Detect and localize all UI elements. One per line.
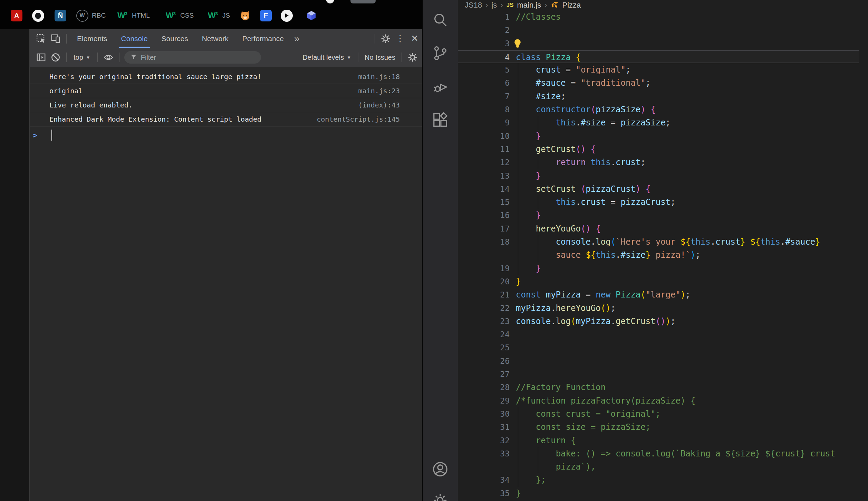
code-line-6[interactable]: 6#sauce = "traditional"; bbox=[458, 76, 859, 89]
code-line-3[interactable]: 3 bbox=[458, 37, 859, 50]
code-line-28[interactable]: 28//Factory Function bbox=[458, 381, 859, 394]
devtools-panel: ElementsConsoleSourcesNetworkPerformance… bbox=[30, 29, 422, 501]
code-text: pizza`), bbox=[556, 460, 596, 473]
code-line-33[interactable]: 33bake: () => console.log(`Baking a ${si… bbox=[458, 447, 859, 460]
console-sidebar-toggle-icon[interactable] bbox=[34, 50, 48, 64]
console-filter-input[interactable]: Filter bbox=[124, 51, 261, 64]
code-line-16[interactable]: 16} bbox=[458, 209, 859, 222]
line-number: 23 bbox=[458, 315, 510, 328]
run-debug-icon[interactable] bbox=[431, 77, 449, 95]
line-number: 31 bbox=[458, 420, 510, 434]
manage-gear-icon[interactable] bbox=[431, 491, 449, 501]
code-area[interactable]: 1//Classes234class Pizza {5crust = "orig… bbox=[458, 10, 868, 501]
code-line-27[interactable]: 27 bbox=[458, 368, 859, 381]
line-number: 20 bbox=[458, 275, 510, 288]
device-toolbar-icon[interactable] bbox=[48, 32, 63, 46]
w3-html-icon: W3 bbox=[116, 9, 128, 22]
bookmark-github[interactable] bbox=[32, 9, 44, 22]
code-line-8[interactable]: 8constructor(pizzaSize) { bbox=[458, 103, 859, 116]
breadcrumb-item-js[interactable]: js bbox=[491, 1, 497, 10]
log-levels-dropdown[interactable]: Default levels▼ bbox=[299, 54, 355, 62]
console-message-text: original bbox=[49, 87, 83, 95]
code-line-2[interactable]: 2 bbox=[458, 23, 859, 37]
indent-guide bbox=[538, 460, 538, 473]
code-line-32[interactable]: 32return { bbox=[458, 434, 859, 447]
cat-icon bbox=[239, 9, 251, 22]
code-line-18[interactable]: 18console.log(`Here's your ${this.crust}… bbox=[458, 235, 859, 248]
devtools-close-icon[interactable]: ✕ bbox=[407, 32, 422, 46]
indent-guide bbox=[518, 90, 518, 103]
code-line-31[interactable]: 31const size = pizzaSize; bbox=[458, 420, 859, 434]
bookmark-rbc[interactable]: WRBC bbox=[76, 9, 106, 22]
code-line-4[interactable]: 4class Pizza { bbox=[458, 50, 859, 63]
code-line-15[interactable]: 15this.crust = pizzaCrust; bbox=[458, 196, 859, 209]
live-expression-eye-icon[interactable] bbox=[101, 50, 116, 64]
account-icon[interactable] bbox=[431, 460, 449, 478]
console-source-link[interactable]: main.js:23 bbox=[358, 87, 400, 95]
breadcrumb-item-js18[interactable]: JS18 bbox=[465, 1, 482, 10]
line-number: 34 bbox=[458, 473, 510, 486]
bookmark-w3-js[interactable]: W3JS bbox=[206, 9, 230, 22]
line-number: 27 bbox=[458, 368, 510, 381]
code-line-29[interactable]: 29/*function pizzaFactory(pizzaSize) { bbox=[458, 394, 859, 407]
more-tabs-button[interactable]: » bbox=[291, 33, 303, 44]
code-line-9[interactable]: 9this.#size = pizzaSize; bbox=[458, 116, 859, 129]
indent-guide bbox=[518, 248, 518, 262]
lightbulb-icon[interactable] bbox=[513, 38, 522, 49]
code-line-11[interactable]: 11getCrust() { bbox=[458, 143, 859, 156]
code-line-1[interactable]: 1//Classes bbox=[458, 10, 859, 23]
console-source-link[interactable]: main.js:18 bbox=[358, 73, 400, 81]
code-line-wrap[interactable]: pizza`), bbox=[458, 460, 859, 473]
bookmark-notion[interactable]: Ñ bbox=[54, 9, 67, 22]
extensions-icon[interactable] bbox=[431, 111, 449, 129]
devtools-settings-icon[interactable] bbox=[378, 32, 393, 46]
bookmark-play[interactable] bbox=[280, 9, 293, 22]
console-settings-icon[interactable] bbox=[405, 50, 420, 64]
issues-counter[interactable]: No Issues bbox=[362, 54, 398, 62]
console-source-link[interactable]: (index):43 bbox=[358, 101, 400, 109]
code-line-26[interactable]: 26 bbox=[458, 355, 859, 368]
console-prompt[interactable]: > bbox=[30, 127, 422, 143]
bookmark-w3-html[interactable]: W3HTML bbox=[116, 9, 150, 22]
code-line-13[interactable]: 13} bbox=[458, 169, 859, 182]
line-number: 28 bbox=[458, 381, 510, 394]
clear-console-icon[interactable] bbox=[48, 50, 63, 64]
code-line-12[interactable]: 12return this.crust; bbox=[458, 156, 859, 169]
code-line-21[interactable]: 21const myPizza = new Pizza("large"); bbox=[458, 288, 859, 301]
code-line-17[interactable]: 17hereYouGo() { bbox=[458, 222, 859, 235]
tab-performance[interactable]: Performance bbox=[235, 29, 291, 48]
search-icon[interactable] bbox=[431, 11, 449, 29]
code-line-10[interactable]: 10} bbox=[458, 130, 859, 143]
code-line-25[interactable]: 25 bbox=[458, 341, 859, 354]
code-line-14[interactable]: 14setCrust (pizzaCrust) { bbox=[458, 182, 859, 196]
bookmark-adobe[interactable]: A bbox=[10, 9, 23, 22]
code-line-wrap[interactable]: sauce ${this.#size} pizza!`); bbox=[458, 248, 859, 262]
source-control-icon[interactable] bbox=[431, 44, 449, 62]
code-line-22[interactable]: 22myPizza.hereYouGo(); bbox=[458, 302, 859, 315]
code-line-30[interactable]: 30const crust = "original"; bbox=[458, 407, 859, 420]
code-line-20[interactable]: 20} bbox=[458, 275, 859, 288]
code-line-23[interactable]: 23console.log(myPizza.getCrust()); bbox=[458, 315, 859, 328]
line-number: 21 bbox=[458, 288, 510, 301]
context-selector[interactable]: top▼ bbox=[70, 54, 94, 62]
bookmark-docs-f[interactable]: F bbox=[260, 9, 272, 22]
code-line-5[interactable]: 5crust = "original"; bbox=[458, 63, 859, 76]
bookmark-cube[interactable] bbox=[305, 9, 318, 22]
bookmark-cat[interactable] bbox=[239, 9, 251, 22]
code-line-19[interactable]: 19} bbox=[458, 262, 859, 275]
code-line-24[interactable]: 24 bbox=[458, 328, 859, 341]
bookmark-w3-css[interactable]: W3CSS bbox=[164, 9, 194, 22]
tab-elements[interactable]: Elements bbox=[70, 29, 114, 48]
breadcrumb-item-pizza[interactable]: Pizza bbox=[562, 1, 581, 10]
console-source-link[interactable]: contentScript.js:145 bbox=[317, 115, 400, 123]
indent-guide bbox=[538, 116, 538, 129]
code-line-7[interactable]: 7#size; bbox=[458, 90, 859, 103]
code-line-34[interactable]: 34}; bbox=[458, 473, 859, 486]
inspect-element-icon[interactable] bbox=[34, 32, 48, 46]
code-line-35[interactable]: 35} bbox=[458, 487, 859, 500]
tab-network[interactable]: Network bbox=[195, 29, 235, 48]
breadcrumb-item-main.js[interactable]: main.js bbox=[517, 1, 541, 10]
tab-sources[interactable]: Sources bbox=[155, 29, 195, 48]
devtools-menu-icon[interactable]: ⋮ bbox=[393, 32, 407, 46]
tab-console[interactable]: Console bbox=[114, 29, 155, 48]
